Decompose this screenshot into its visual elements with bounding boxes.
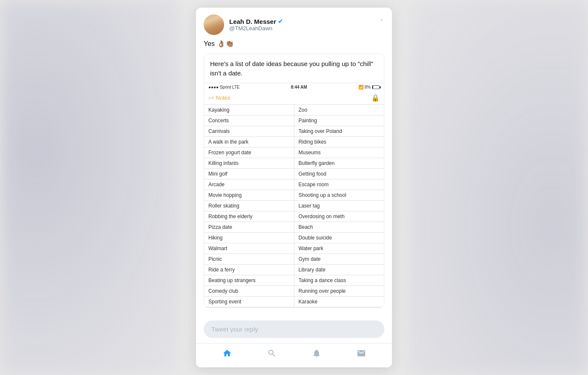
table-row: Robbing the elderlyOverdosing on meth [204, 211, 384, 222]
tweet-body: Yes 👌🏽👏🏽 Here's a list of date ideas bec… [196, 39, 392, 317]
bottom-nav [196, 343, 392, 367]
user-handle: @TM2LeahDawn [229, 25, 283, 32]
date-idea-right: Water park [294, 243, 384, 254]
date-idea-right: Laser tag [294, 201, 384, 211]
table-row: Pizza dateBeach [204, 222, 384, 233]
table-row: WalmartWater park [204, 243, 384, 254]
table-row: A walk in the parkRiding bikes [204, 137, 384, 147]
tweet-text: Yes 👌🏽👏🏽 [204, 39, 384, 49]
verified-icon: ✔ [278, 18, 283, 25]
embedded-content: Here's a list of date ideas because you … [204, 54, 384, 308]
time-text: 8:44 AM [291, 85, 307, 89]
search-nav-button[interactable] [267, 349, 277, 361]
date-idea-right: Taking a dance class [294, 275, 384, 286]
signal-dots: 📶 [358, 85, 363, 89]
date-ideas-table: KayakingZooConcertsPaintingCarnivalsTaki… [204, 105, 384, 307]
date-idea-left: Picnic [204, 254, 294, 265]
table-row: ArcadeEscape room [204, 179, 384, 190]
date-idea-left: Comedy club [204, 286, 294, 297]
lock-icon: 🔒 [371, 94, 380, 102]
date-idea-right: Double suicide [294, 233, 384, 243]
date-idea-right: Getting food [294, 169, 384, 179]
table-row: Movie hoppingShooting up a school [204, 190, 384, 201]
notes-back-button[interactable]: ‹ < Notes [208, 95, 231, 101]
tweet-text-content: Yes 👌🏽👏🏽 [204, 40, 234, 47]
table-row: KayakingZoo [204, 105, 384, 115]
table-row: CarnivalsTaking over Poland [204, 126, 384, 137]
date-idea-right: Karaoke [294, 297, 384, 307]
battery-percent: 8% [365, 85, 371, 89]
date-idea-left: Roller skating [204, 201, 294, 211]
quoted-text: Here's a list of date ideas because you … [204, 54, 384, 84]
background-blur-right [409, 0, 588, 375]
date-idea-left: Sporting event [204, 297, 294, 307]
table-row: Ride a ferryLibrary date [204, 265, 384, 275]
user-info: Leah D. Messer ✔ @TM2LeahDawn [229, 18, 283, 32]
date-idea-right: Running over people [294, 286, 384, 297]
date-idea-left: Mini golf [204, 169, 294, 179]
date-idea-left: Killing infants [204, 158, 294, 169]
date-idea-left: Concerts [204, 115, 294, 126]
date-idea-left: Beating up strangers [204, 275, 294, 286]
home-nav-button[interactable] [222, 349, 232, 361]
table-row: Comedy clubRunning over people [204, 286, 384, 297]
date-idea-right: Painting [294, 115, 384, 126]
date-idea-right: Taking over Poland [294, 126, 384, 137]
tweet-card: Leah D. Messer ✔ @TM2LeahDawn ⌄ Yes 👌🏽👏🏽… [196, 8, 392, 368]
date-idea-right: Gym date [294, 254, 384, 265]
carrier-text: ●●●● Sprint LTE [208, 85, 239, 89]
reply-input[interactable]: Tweet your reply [204, 320, 384, 338]
messages-nav-button[interactable] [357, 349, 366, 361]
battery-bar-icon [372, 85, 380, 89]
date-idea-left: Walmart [204, 243, 294, 254]
table-row: Beating up strangersTaking a dance class [204, 275, 384, 286]
date-idea-right: Zoo [294, 105, 384, 115]
date-idea-left: Hiking [204, 233, 294, 243]
date-idea-left: Movie hopping [204, 190, 294, 201]
table-row: PicnicGym date [204, 254, 384, 265]
date-idea-left: Robbing the elderly [204, 211, 294, 222]
date-idea-right: Museums [294, 147, 384, 158]
date-idea-left: Arcade [204, 179, 294, 190]
table-row: Frozen yogurt dateMuseums [204, 147, 384, 158]
date-idea-right: Library date [294, 265, 384, 275]
phone-screenshot: ●●●● Sprint LTE 8:44 AM 📶 8% ‹ < Notes [204, 83, 384, 307]
background-blur-left [0, 0, 179, 375]
date-idea-right: Beach [294, 222, 384, 233]
more-options-button[interactable]: ⌄ [379, 15, 384, 22]
table-row: Sporting eventKaraoke [204, 297, 384, 307]
tweet-header: Leah D. Messer ✔ @TM2LeahDawn ⌄ [196, 8, 392, 39]
date-idea-right: Butterfly garden [294, 158, 384, 169]
date-idea-left: Ride a ferry [204, 265, 294, 275]
date-idea-right: Overdosing on meth [294, 211, 384, 222]
date-idea-right: Riding bikes [294, 137, 384, 147]
date-idea-right: Escape room [294, 179, 384, 190]
reply-placeholder-text: Tweet your reply [211, 326, 258, 333]
table-row: Mini golfGetting food [204, 169, 384, 179]
date-idea-left: Frozen yogurt date [204, 147, 294, 158]
date-idea-left: A walk in the park [204, 137, 294, 147]
date-idea-left: Carnivals [204, 126, 294, 137]
battery-status: 📶 8% [358, 85, 380, 89]
date-idea-left: Kayaking [204, 105, 294, 115]
date-idea-right: Shooting up a school [294, 190, 384, 201]
table-row: HikingDouble suicide [204, 233, 384, 243]
notifications-nav-button[interactable] [312, 349, 321, 361]
chevron-left-icon: ‹ [208, 95, 210, 101]
date-idea-left: Pizza date [204, 222, 294, 233]
notes-back-label: < Notes [211, 95, 230, 101]
table-row: ConcertsPainting [204, 115, 384, 126]
phone-status-bar: ●●●● Sprint LTE 8:44 AM 📶 8% [204, 83, 384, 91]
table-row: Roller skatingLaser tag [204, 201, 384, 211]
display-name: Leah D. Messer ✔ [229, 18, 283, 25]
table-row: Killing infantsButterfly garden [204, 158, 384, 169]
notes-nav-bar: ‹ < Notes 🔒 [204, 91, 384, 105]
avatar [204, 14, 224, 35]
display-name-text: Leah D. Messer [229, 18, 276, 25]
